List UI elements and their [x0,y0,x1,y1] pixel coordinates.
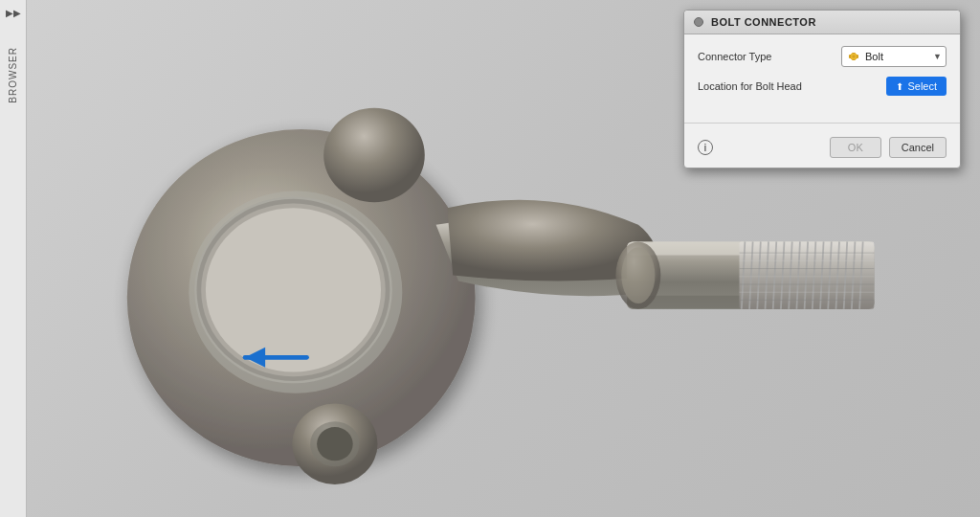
bolt-connector-dialog: BOLT CONNECTOR Connector Type Bolt ▼ Loc… [683,10,961,169]
info-icon[interactable]: i [698,140,713,155]
dialog-body: Connector Type Bolt ▼ Location for Bolt … [684,34,960,115]
select-button-label: Select [907,80,937,92]
select-button[interactable]: ⬆ Select [886,77,947,96]
svg-point-43 [853,56,856,58]
svg-point-39 [621,247,655,303]
bolt-icon [846,49,861,64]
dialog-titlebar: BOLT CONNECTOR [684,11,960,34]
sidebar-label: BROWSER [8,47,18,103]
ok-button[interactable]: OK [830,137,881,158]
connector-type-value: Bolt [865,51,929,62]
cancel-button[interactable]: Cancel [889,137,947,158]
dialog-title: BOLT CONNECTOR [711,16,816,28]
sidebar-collapse-icon[interactable]: ▶▶ [6,8,21,18]
dialog-title-dot [694,17,703,27]
footer-buttons: OK Cancel [830,137,947,158]
select-cursor-icon: ⬆ [896,81,903,92]
svg-point-7 [317,427,353,461]
connector-type-control[interactable]: Bolt ▼ [841,46,947,67]
location-label: Location for Bolt Head [698,80,879,92]
sidebar: ▶▶ BROWSER [0,0,27,517]
connector-type-label: Connector Type [698,51,834,62]
dialog-footer: i OK Cancel [684,131,960,168]
svg-point-8 [323,108,425,203]
connector-type-row: Connector Type Bolt ▼ [698,46,947,67]
dropdown-arrow-icon: ▼ [933,52,942,61]
dialog-divider [684,123,960,124]
location-row: Location for Bolt Head ⬆ Select [698,77,947,96]
